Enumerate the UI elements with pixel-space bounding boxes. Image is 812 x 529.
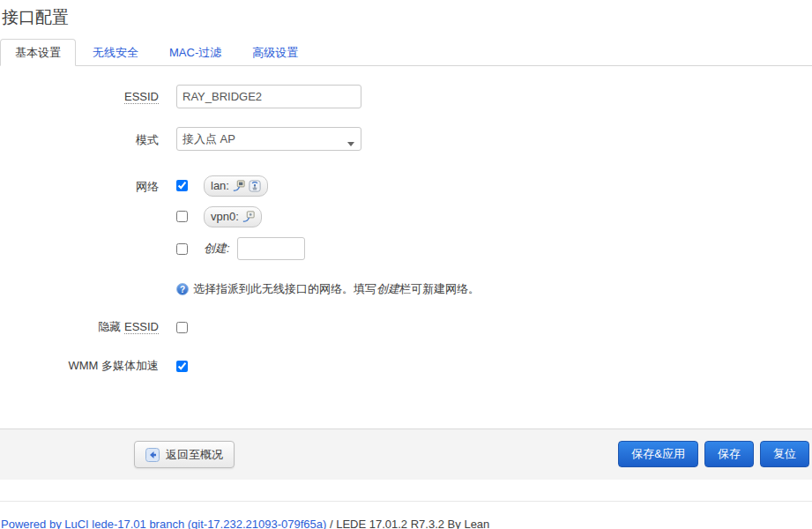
- tab-basic-settings[interactable]: 基本设置: [0, 39, 76, 66]
- page-title: 接口配置: [0, 0, 812, 39]
- reset-button[interactable]: 复位: [760, 441, 809, 467]
- mode-label: 模式: [136, 133, 159, 146]
- wifi-icon: [249, 180, 261, 192]
- tab-advanced-settings[interactable]: 高级设置: [238, 39, 312, 65]
- network-option-create: 创建:: [176, 236, 480, 261]
- network-badge-vpn0: vpn0:: [204, 206, 262, 227]
- tab-bar: 基本设置 无线安全 MAC-过滤 高级设置: [0, 39, 812, 66]
- save-apply-button[interactable]: 保存&应用: [618, 441, 698, 467]
- mode-select[interactable]: 接入点 AP: [176, 127, 361, 151]
- wmm-row: WMM 多媒体加速: [0, 358, 812, 374]
- hide-essid-checkbox[interactable]: [176, 322, 188, 333]
- network-create-checkbox[interactable]: [176, 243, 188, 255]
- network-vpn0-checkbox[interactable]: [176, 211, 188, 222]
- help-icon: ?: [176, 283, 189, 295]
- network-create-input[interactable]: [237, 237, 305, 260]
- back-to-overview-button[interactable]: 返回至概况: [134, 441, 235, 468]
- footer: Powered by LuCI lede-17.01 branch (git-1…: [0, 502, 812, 529]
- tab-wireless-security[interactable]: 无线安全: [78, 39, 153, 65]
- essid-input[interactable]: [176, 85, 361, 108]
- page-actions-bar: 返回至概况 保存&应用 保存 复位: [0, 428, 812, 480]
- wmm-checkbox[interactable]: [176, 361, 188, 372]
- footer-luci-link[interactable]: Powered by LuCI lede-17.01 branch (git-1…: [1, 518, 326, 529]
- network-option-vpn0: vpn0:: [176, 205, 480, 227]
- essid-row: ESSID: [0, 85, 812, 108]
- tab-mac-filter[interactable]: MAC-过滤: [155, 39, 235, 65]
- mode-row: 模式 接入点 AP: [0, 127, 812, 151]
- network-option-lan: lan:: [176, 175, 480, 197]
- wmm-label: WMM 多媒体加速: [68, 359, 159, 372]
- hide-essid-row: 隐藏 ESSID: [0, 319, 812, 335]
- network-help: ? 选择指派到此无线接口的网络。填写创建栏可新建网络。: [176, 282, 480, 296]
- save-button[interactable]: 保存: [704, 441, 754, 467]
- network-row: 网络 lan:: [0, 175, 812, 296]
- basic-settings-form: ESSID 模式 接入点 AP 网络 lan:: [0, 66, 812, 428]
- back-icon: [145, 448, 160, 462]
- network-lan-checkbox[interactable]: [176, 180, 188, 191]
- network-create-label: 创建:: [204, 241, 230, 257]
- network-badge-lan: lan:: [204, 175, 268, 197]
- ethernet-icon: [233, 180, 245, 192]
- network-label: 网络: [136, 180, 159, 193]
- hide-essid-label: 隐藏 ESSID: [98, 320, 159, 334]
- tunnel-icon: [242, 211, 255, 223]
- footer-version-text: / LEDE 17.01.2 R7.3.2 By Lean: [326, 518, 489, 529]
- essid-label: ESSID: [124, 90, 159, 104]
